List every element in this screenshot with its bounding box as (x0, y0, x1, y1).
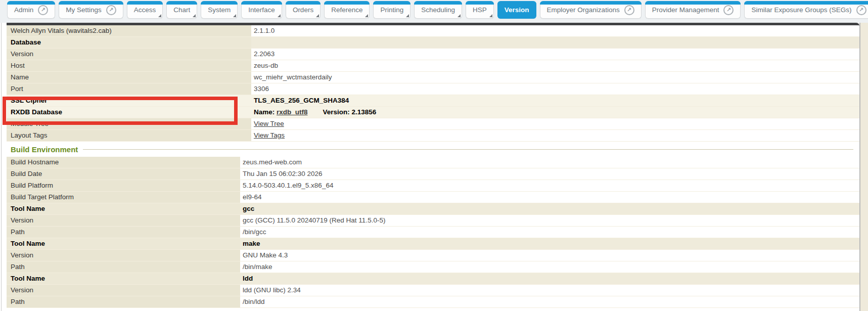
row-value: 5.14.0-503.40.1.el9_5.x86_64 (240, 180, 859, 191)
tab-reference[interactable]: Reference (324, 2, 370, 19)
external-link-icon[interactable]: ↗ (723, 5, 734, 15)
tab-label: Provider Management (652, 6, 719, 14)
row-label: Tool Name (7, 273, 240, 284)
row-value: 2.2063 (251, 49, 859, 60)
row-label: Path (7, 227, 240, 238)
table-row: Tool Name make (7, 238, 859, 250)
system-info-table: Welch Allyn Vitals (wavitals2.cab) 2.1.1… (7, 25, 859, 142)
row-label: Layout Tags (7, 130, 251, 141)
tab-top-accent (414, 1, 462, 5)
row-value: TLS_AES_256_GCM_SHA384 (251, 95, 859, 106)
table-row: Port 3306 (7, 83, 859, 95)
external-link-icon[interactable]: ↗ (624, 5, 634, 15)
table-row: Build Platform 5.14.0-503.40.1.el9_5.x86… (7, 180, 859, 192)
tab-access[interactable]: Access (127, 2, 163, 19)
tab-employer-organizations[interactable]: Employer Organizations ↗ (540, 2, 642, 19)
value-part: Version: 2.13856 (323, 108, 377, 116)
tab-orders[interactable]: Orders (286, 2, 321, 19)
tab-label: Interface (248, 6, 275, 14)
tab-top-accent (540, 1, 642, 5)
build-environment-title: Build Environment (11, 145, 78, 154)
table-row: Path /bin/ldd (7, 296, 859, 308)
row-value: Name: rxdb_utf8Version: 2.13856 (251, 107, 859, 118)
row-label: Version (7, 215, 240, 226)
table-row: Version GNU Make 4.3 (7, 250, 859, 261)
row-label: Host (7, 60, 251, 71)
row-value: 2.1.1.0 (251, 25, 859, 36)
table-row: Build Target Platform el9-64 (7, 192, 859, 203)
tab-chart[interactable]: Chart (166, 2, 197, 19)
left-frame-line (1, 23, 2, 311)
row-value: el9-64 (240, 192, 859, 203)
row-value (251, 37, 859, 48)
row-label: Name (7, 72, 251, 83)
external-link-icon[interactable]: ↗ (38, 5, 48, 15)
table-row: Version 2.2063 (7, 49, 859, 60)
tab-admin[interactable]: Admin ↗ (7, 2, 55, 19)
tab-provider-management[interactable]: Provider Management ↗ (645, 2, 741, 19)
tab-version[interactable]: Version (497, 2, 536, 19)
tab-top-accent (373, 1, 410, 5)
dropdown-corner-icon (158, 14, 161, 17)
row-value: /bin/ldd (240, 296, 859, 307)
tab-label: System (208, 6, 231, 14)
rxdb-name-link[interactable]: rxdb_utf8 (277, 108, 308, 116)
table-row: Host zeus-db (7, 60, 859, 72)
right-gutter (860, 23, 868, 311)
row-label: RXDB Database (7, 107, 251, 118)
tab-my-settings[interactable]: My Settings ↗ (59, 2, 123, 19)
table-row: Build Date Thu Jan 15 06:02:30 2026 (7, 168, 859, 180)
value-part: Name: (254, 108, 277, 116)
table-row: Version ldd (GNU libc) 2.34 (7, 285, 859, 296)
row-label: Build Hostname (7, 157, 240, 168)
tab-printing[interactable]: Printing (373, 2, 410, 19)
dropdown-corner-icon (458, 14, 461, 17)
table-row: Welch Allyn Vitals (wavitals2.cab) 2.1.1… (7, 25, 859, 37)
row-label: Database (7, 37, 251, 48)
value-link[interactable]: View Tree (254, 120, 284, 127)
row-label: Path (7, 261, 240, 273)
row-value: gcc (240, 203, 859, 214)
tab-label: Printing (380, 6, 403, 14)
row-value: ldd (240, 273, 859, 284)
value-link[interactable]: View Tags (254, 131, 285, 139)
build-environment-heading: Build Environment (7, 142, 859, 157)
table-row: Name wc_miehr_wctmasterdaily (7, 72, 859, 83)
row-value: wc_miehr_wctmasterdaily (251, 72, 859, 83)
external-link-icon[interactable]: ↗ (856, 5, 866, 15)
tab-system[interactable]: System (201, 2, 238, 19)
dropdown-corner-icon (233, 14, 236, 17)
table-row: Layout Tags View Tags (7, 130, 859, 142)
row-value: /bin/gcc (240, 227, 859, 238)
row-label: Port (7, 83, 251, 95)
table-row: Path /bin/make (7, 261, 859, 273)
row-value: zeus.med-web.com (240, 157, 859, 168)
tab-scheduling[interactable]: Scheduling (414, 2, 462, 19)
dropdown-corner-icon (316, 14, 319, 17)
row-label: Version (7, 49, 251, 60)
row-value: ldd (GNU libc) 2.34 (240, 285, 859, 296)
table-row: Module Tree View Tree (7, 118, 859, 130)
tab-label: Admin (14, 6, 33, 14)
table-row: Tool Name ldd (7, 273, 859, 285)
row-label: Path (7, 296, 240, 307)
tab-top-accent (201, 1, 238, 5)
table-row: Version gcc (GCC) 11.5.0 20240719 (Red H… (7, 215, 859, 227)
row-label: Welch Allyn Vitals (wavitals2.cab) (7, 25, 251, 36)
tab-label: HSP (473, 6, 487, 14)
external-link-icon[interactable]: ↗ (106, 5, 116, 15)
table-row: Tool Name gcc (7, 203, 859, 215)
row-value: /bin/make (240, 261, 859, 273)
tab-top-accent (166, 1, 197, 5)
tab-label: Orders (293, 6, 313, 14)
tab-top-accent (744, 1, 868, 5)
row-label: SSL Cipher (7, 95, 251, 106)
tab-interface[interactable]: Interface (241, 2, 282, 19)
dropdown-corner-icon (278, 14, 281, 17)
tab-hsp[interactable]: HSP (466, 2, 494, 19)
tab-similar-exposure-groups-segs[interactable]: Similar Exposure Groups (SEGs) ↗ (744, 2, 868, 19)
row-label: Tool Name (7, 238, 240, 249)
row-value: Thu Jan 15 06:02:30 2026 (240, 168, 859, 180)
row-value: View Tags (251, 130, 859, 141)
tab-top-accent (324, 1, 370, 5)
